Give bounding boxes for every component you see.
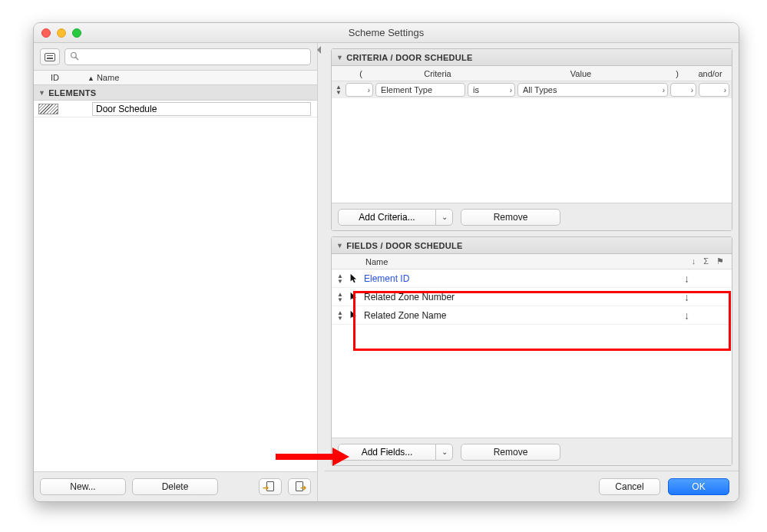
close-window-button[interactable]	[41, 28, 51, 38]
field-name: Related Zone Number	[361, 292, 684, 302]
sort-icon: ↓	[692, 256, 696, 266]
list-icon	[45, 53, 55, 61]
export-button[interactable]: ➜	[288, 478, 311, 495]
titlebar: Scheme Settings	[34, 23, 739, 43]
chevron-right-icon: ›	[724, 86, 726, 94]
paren-open-select[interactable]: ›	[345, 83, 373, 97]
hatch-icon	[38, 104, 58, 114]
value-select[interactable]: All Types›	[517, 83, 668, 97]
add-fields-button[interactable]: Add Fields... ⌄	[338, 444, 453, 461]
field-name: Related Zone Name	[361, 310, 684, 321]
scheme-list-panel: ID ▲Name ▼ ELEMENTS Door Schedule New...	[34, 43, 318, 501]
group-label: ELEMENTS	[48, 88, 96, 97]
panel-divider[interactable]	[318, 43, 325, 501]
search-input[interactable]	[83, 49, 306, 64]
criteria-select[interactable]: Element Type	[375, 83, 465, 97]
drag-handle[interactable]: ▲▼	[333, 273, 347, 284]
pointer-icon	[347, 292, 361, 302]
add-criteria-menu[interactable]: ⌄	[435, 210, 452, 225]
fields-header[interactable]: ▼ FIELDS / DOOR SCHEDULE	[332, 237, 732, 254]
sort-direction[interactable]: ↓	[684, 309, 732, 322]
criteria-empty-area	[332, 98, 732, 203]
paren-close-select[interactable]: ›	[670, 83, 696, 97]
ok-button[interactable]: OK	[668, 478, 729, 495]
svg-line-1	[76, 57, 78, 59]
export-icon: ➜	[293, 481, 306, 493]
add-fields-menu[interactable]: ⌄	[435, 444, 452, 460]
cancel-button[interactable]: Cancel	[599, 478, 660, 495]
col-paren-open: (	[345, 69, 376, 78]
chevron-right-icon: ›	[368, 86, 370, 94]
dialog-footer: Cancel OK	[325, 471, 739, 501]
field-name: Element ID	[361, 273, 684, 284]
import-button[interactable]: ➜	[259, 478, 282, 495]
window-title: Scheme Settings	[34, 27, 739, 38]
scheme-list[interactable]: Door Schedule	[34, 101, 317, 471]
field-row[interactable]: ▲▼Element ID↓	[332, 269, 732, 288]
flag-icon: ⚑	[716, 256, 724, 266]
search-icon	[70, 51, 79, 63]
delete-button[interactable]: Delete	[132, 478, 218, 495]
remove-field-button[interactable]: Remove	[461, 444, 560, 461]
fields-list[interactable]: ▲▼Element ID↓▲▼Related Zone Number↓▲▼Rel…	[332, 269, 732, 438]
list-item-name[interactable]: Door Schedule	[92, 102, 311, 116]
sort-direction[interactable]: ↓	[684, 273, 732, 285]
col-paren-close: )	[663, 69, 692, 78]
column-id[interactable]: ID	[34, 73, 88, 82]
pointer-icon	[347, 273, 361, 283]
col-andor: and/or	[692, 69, 732, 78]
chevron-down-icon: ▼	[336, 242, 343, 249]
pointer-icon	[347, 310, 361, 320]
list-item[interactable]: Door Schedule	[34, 101, 317, 117]
settings-panel: ▼ CRITERIA / DOOR SCHEDULE ( Criteria Va…	[325, 43, 739, 501]
col-criteria: Criteria	[376, 69, 499, 78]
field-row[interactable]: ▲▼Related Zone Name↓	[332, 306, 732, 325]
sort-direction[interactable]: ↓	[684, 291, 732, 303]
field-row[interactable]: ▲▼Related Zone Number↓	[332, 288, 732, 306]
criteria-section: ▼ CRITERIA / DOOR SCHEDULE ( Criteria Va…	[331, 48, 732, 231]
drag-handle[interactable]: ▲▼	[333, 310, 347, 321]
chevron-down-icon: ▼	[38, 89, 45, 97]
andor-select[interactable]: ›	[699, 83, 729, 97]
fields-column-header: Name ↓ Σ ⚑	[332, 254, 732, 269]
import-icon: ➜	[264, 481, 276, 493]
drag-handle[interactable]: ▲▼	[333, 292, 347, 302]
collapse-left-icon	[317, 46, 321, 54]
col-field-name: Name	[361, 257, 684, 266]
list-view-toggle[interactable]	[40, 48, 60, 65]
chevron-down-icon: ⌄	[441, 448, 448, 456]
list-column-header[interactable]: ID ▲Name	[34, 70, 317, 85]
drag-handle[interactable]: ▲▼	[332, 84, 345, 95]
chevron-right-icon: ›	[663, 86, 665, 94]
group-elements[interactable]: ▼ ELEMENTS	[34, 85, 317, 101]
search-field[interactable]	[64, 48, 311, 65]
dialog-window: Scheme Settings ID	[33, 22, 739, 502]
add-criteria-button[interactable]: Add Criteria... ⌄	[338, 209, 453, 226]
col-value: Value	[499, 69, 663, 78]
chevron-down-icon: ⌄	[441, 213, 448, 221]
sort-asc-icon: ▲	[88, 74, 94, 82]
sum-icon: Σ	[703, 256, 709, 266]
chevron-down-icon: ▼	[336, 54, 343, 61]
column-name[interactable]: ▲Name	[88, 73, 317, 82]
zoom-window-button[interactable]	[72, 28, 81, 38]
criteria-row[interactable]: ▲▼ › Element Type is› All Types› › ›	[332, 81, 732, 98]
chevron-right-icon: ›	[510, 86, 512, 94]
criteria-column-header: ( Criteria Value ) and/or	[332, 66, 732, 81]
chevron-right-icon: ›	[691, 86, 693, 94]
new-button[interactable]: New...	[40, 478, 126, 495]
fields-section: ▼ FIELDS / DOOR SCHEDULE Name ↓ Σ ⚑	[331, 236, 732, 466]
remove-criteria-button[interactable]: Remove	[461, 209, 560, 226]
operator-select[interactable]: is›	[468, 83, 515, 97]
criteria-header[interactable]: ▼ CRITERIA / DOOR SCHEDULE	[332, 49, 732, 66]
minimize-window-button[interactable]	[57, 28, 66, 38]
